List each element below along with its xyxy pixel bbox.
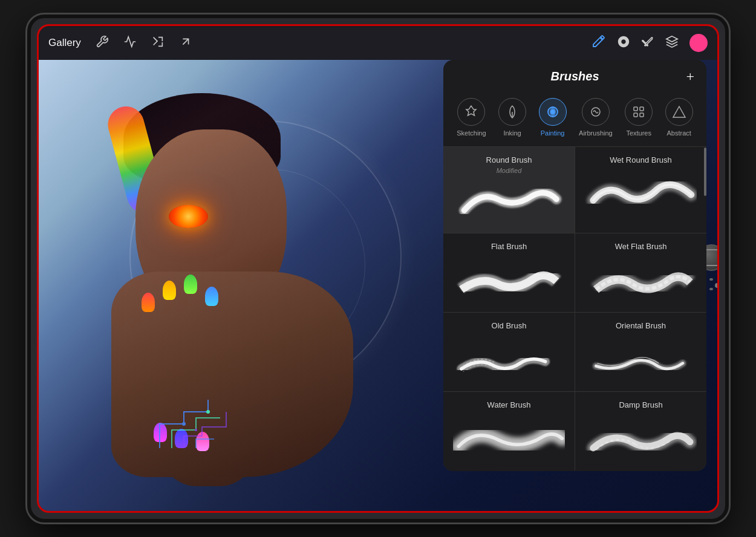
nail-blue — [205, 287, 218, 306]
smudge-tool-icon[interactable] — [617, 35, 630, 51]
cat-abstract-icon — [665, 98, 693, 126]
side-controls — [715, 283, 717, 288]
brush-round-brush[interactable]: Round Brush Modified — [443, 147, 575, 233]
brush-wet-round-stroke — [585, 171, 697, 219]
brush-damp[interactable]: Damp Brush — [575, 392, 706, 470]
brush-damp-stroke — [585, 415, 697, 464]
cat-abstract-label: Abstract — [667, 129, 691, 137]
toolbar: Gallery — [39, 26, 717, 60]
cat-textures[interactable]: Textures — [625, 98, 653, 137]
svg-point-3 — [206, 410, 210, 414]
brush-round-stroke — [453, 178, 565, 226]
brush-wet-round-name: Wet Round Brush — [610, 155, 671, 164]
brush-tool-icon[interactable] — [591, 34, 606, 52]
brush-old-stroke — [453, 336, 565, 385]
cat-airbrushing[interactable]: Airbrushing — [579, 98, 613, 137]
brush-wet-flat-name: Wet Flat Brush — [615, 242, 667, 251]
svg-marker-13 — [673, 106, 685, 117]
circuit-patterns — [148, 339, 269, 463]
color-picker[interactable] — [689, 34, 708, 52]
brush-round-subtitle: Modified — [497, 167, 522, 174]
eye-glow — [169, 205, 208, 228]
cat-airbrushing-label: Airbrushing — [579, 129, 613, 137]
brush-wet-round[interactable]: Wet Round Brush — [575, 147, 706, 233]
svg-point-2 — [182, 422, 186, 426]
cat-abstract[interactable]: Abstract — [665, 98, 693, 137]
arrow-icon[interactable] — [179, 35, 192, 51]
brush-wet-flat-stroke — [585, 257, 697, 305]
brush-oriental-name: Oriental Brush — [616, 321, 666, 330]
side-dot-1 — [715, 283, 717, 288]
artwork: Brushes + Sketching — [39, 60, 717, 511]
canvas-area[interactable]: Brushes + Sketching — [39, 60, 717, 511]
brush-water-name: Water Brush — [487, 400, 531, 409]
brush-water-stroke — [453, 415, 565, 464]
brush-categories: Sketching Inking — [443, 93, 706, 147]
svg-point-4 — [195, 429, 197, 431]
cat-inking-label: Inking — [503, 129, 521, 137]
cat-inking[interactable]: Inking — [498, 98, 526, 137]
eraser-tool-icon[interactable] — [641, 35, 654, 51]
brush-wet-flat[interactable]: Wet Flat Brush — [575, 233, 706, 312]
brush-oriental-stroke — [585, 336, 697, 385]
svg-rect-9 — [634, 107, 637, 111]
toolbar-right — [591, 34, 708, 52]
svg-point-7 — [551, 110, 555, 114]
cat-textures-label: Textures — [626, 129, 651, 137]
side-dot-bottom — [709, 288, 713, 290]
gallery-button[interactable]: Gallery — [48, 37, 81, 49]
brushes-header: Brushes + — [443, 60, 706, 93]
screen: Gallery — [39, 26, 717, 511]
svg-rect-12 — [640, 113, 644, 117]
nail-red — [142, 293, 155, 312]
cat-airbrushing-icon — [582, 98, 610, 126]
svg-marker-1 — [666, 36, 677, 41]
cat-inking-icon — [498, 98, 526, 126]
cat-painting-label: Painting — [541, 129, 565, 137]
cat-sketching-icon — [457, 98, 485, 126]
brush-flat-name: Flat Brush — [491, 242, 527, 251]
brushes-add-button[interactable]: + — [686, 68, 694, 85]
svg-rect-11 — [634, 113, 637, 117]
cat-sketching[interactable]: Sketching — [457, 98, 486, 137]
transform-icon[interactable] — [151, 35, 165, 51]
toolbar-left: Gallery — [48, 35, 591, 51]
nail-yellow — [163, 281, 176, 300]
tablet-frame: Gallery — [27, 15, 729, 522]
brush-old-name: Old Brush — [492, 321, 527, 330]
wrench-icon[interactable] — [96, 35, 109, 51]
cat-painting-icon — [539, 98, 567, 126]
brushes-title: Brushes — [550, 70, 599, 83]
adjust-icon[interactable] — [123, 35, 137, 51]
svg-rect-10 — [640, 107, 644, 111]
brush-old[interactable]: Old Brush — [443, 313, 575, 391]
brush-round-name: Round Brush — [486, 155, 532, 164]
cat-painting[interactable]: Painting — [539, 98, 567, 137]
brush-grid: Round Brush Modified — [443, 147, 706, 470]
panel-scrollbar[interactable] — [704, 148, 706, 196]
brush-oriental[interactable]: Oriental Brush — [575, 313, 706, 391]
brushes-panel: Brushes + Sketching — [443, 60, 706, 471]
svg-line-0 — [183, 39, 188, 44]
cat-textures-icon — [625, 98, 653, 126]
brush-flat-stroke — [453, 257, 565, 305]
brush-water[interactable]: Water Brush — [443, 392, 575, 470]
brush-damp-name: Damp Brush — [619, 400, 662, 409]
side-dot-top — [709, 278, 713, 281]
cat-sketching-label: Sketching — [457, 129, 486, 137]
layers-tool-icon[interactable] — [665, 35, 679, 51]
brush-flat[interactable]: Flat Brush — [443, 233, 575, 312]
nail-green — [184, 275, 197, 294]
